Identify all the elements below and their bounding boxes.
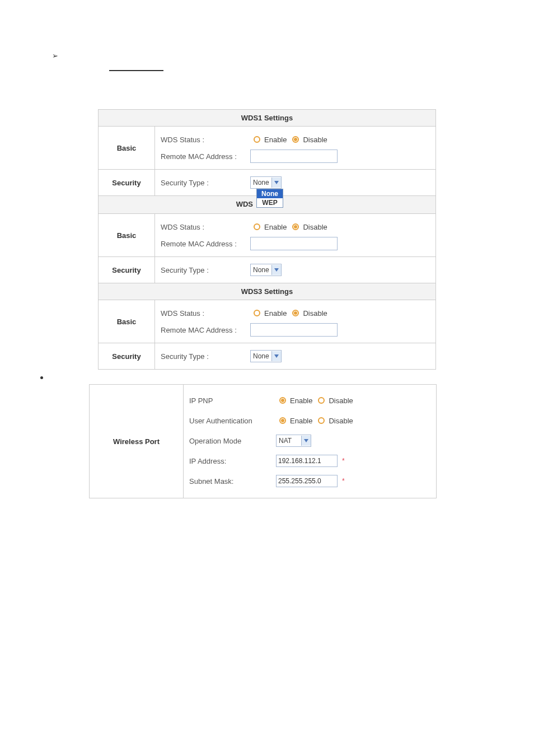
- wds1-basic-label: Basic: [99, 127, 155, 169]
- wds3-status-label: WDS Status :: [161, 309, 250, 318]
- chevron-down-icon: [271, 265, 281, 275]
- wds2-sectype-select[interactable]: None: [250, 264, 282, 276]
- wds1-sectype-label: Security Type :: [161, 179, 250, 187]
- ipaddr-input[interactable]: [276, 455, 338, 467]
- chevron-down-icon: [271, 351, 281, 361]
- wds3-mac-label: Remote MAC Address :: [161, 326, 250, 334]
- wds3-security-label: Security: [99, 343, 155, 369]
- wds2-header-left: WDS: [236, 200, 253, 208]
- wds3-sectype-label: Security Type :: [161, 352, 250, 361]
- wds2-status-disable-radio[interactable]: [292, 223, 299, 230]
- required-star-icon: *: [342, 457, 345, 465]
- chevron-down-icon: [271, 178, 281, 188]
- wds1-status-enable-text: Enable: [264, 136, 287, 144]
- dropdown-option-wep[interactable]: WEP: [257, 198, 283, 207]
- wds3-mac-input[interactable]: [250, 323, 338, 337]
- subnet-input[interactable]: [276, 475, 338, 487]
- wds3-basic-label: Basic: [99, 300, 155, 343]
- wds2-header: WDS X None WEP: [99, 196, 435, 214]
- wds2-mac-input[interactable]: [250, 237, 338, 250]
- userauth-label: User Authentication: [189, 417, 276, 425]
- wds1-status-disable-radio[interactable]: [292, 136, 299, 143]
- wds1-sectype-value: None: [251, 179, 271, 186]
- opmode-value: NAT: [277, 437, 301, 445]
- wds3-sectype-select[interactable]: None: [250, 350, 282, 362]
- bullet-dot-icon: [40, 376, 43, 379]
- ippnp-enable-text: Enable: [290, 396, 312, 405]
- userauth-enable-text: Enable: [290, 417, 312, 425]
- wds2-status-disable-text: Disable: [303, 223, 327, 231]
- wds2-status-enable-radio[interactable]: [254, 223, 260, 230]
- ippnp-label: IP PNP: [189, 396, 276, 405]
- wds1-mac-input[interactable]: [250, 150, 338, 163]
- wds3-header: WDS3 Settings: [99, 283, 435, 300]
- ippnp-disable-radio[interactable]: [318, 397, 325, 404]
- wds2-status-enable-text: Enable: [264, 223, 287, 231]
- wds1-sectype-select[interactable]: None: [250, 176, 282, 189]
- wds1-mac-label: Remote MAC Address :: [161, 152, 250, 161]
- wds1-status-disable-text: Disable: [303, 136, 327, 144]
- userauth-disable-radio[interactable]: [318, 417, 325, 424]
- ippnp-disable-text: Disable: [329, 396, 353, 405]
- ipaddr-label: IP Address:: [189, 457, 276, 465]
- wds2-sectype-value: None: [251, 266, 271, 274]
- wds1-status-label: WDS Status :: [161, 136, 250, 144]
- wds-settings-table: WDS1 Settings Basic WDS Status : Enable …: [98, 109, 436, 370]
- underline-decor: [109, 70, 163, 71]
- wds3-status-disable-radio[interactable]: [292, 310, 299, 316]
- wds2-security-label: Security: [99, 257, 155, 283]
- required-star-icon: *: [342, 477, 345, 485]
- userauth-disable-text: Disable: [329, 417, 353, 425]
- wds2-sectype-label: Security Type :: [161, 266, 250, 274]
- ippnp-enable-radio[interactable]: [279, 397, 286, 404]
- wireless-port-table: Wireless Port IP PNP Enable Disable User…: [89, 384, 437, 498]
- opmode-select[interactable]: NAT: [276, 435, 311, 447]
- wds3-status-disable-text: Disable: [303, 309, 327, 318]
- dropdown-option-none[interactable]: None: [257, 189, 283, 198]
- bullet-arrow-icon: ➢: [52, 52, 58, 60]
- chevron-down-icon: [301, 436, 311, 446]
- opmode-label: Operation Mode: [189, 437, 276, 445]
- wds1-header: WDS1 Settings: [99, 110, 435, 127]
- wds2-basic-label: Basic: [99, 214, 155, 256]
- subnet-label: Subnet Mask:: [189, 477, 276, 486]
- wds1-sectype-dropdown[interactable]: None WEP: [256, 189, 283, 208]
- wireless-port-label: Wireless Port: [90, 385, 184, 498]
- wds1-security-label: Security: [99, 170, 155, 195]
- wds2-mac-label: Remote MAC Address :: [161, 240, 250, 248]
- wds3-status-enable-radio[interactable]: [254, 310, 260, 316]
- userauth-enable-radio[interactable]: [279, 417, 286, 424]
- wds2-status-label: WDS Status :: [161, 223, 250, 231]
- wds1-status-enable-radio[interactable]: [254, 136, 260, 143]
- wds3-sectype-value: None: [251, 352, 271, 360]
- wds3-status-enable-text: Enable: [264, 309, 287, 318]
